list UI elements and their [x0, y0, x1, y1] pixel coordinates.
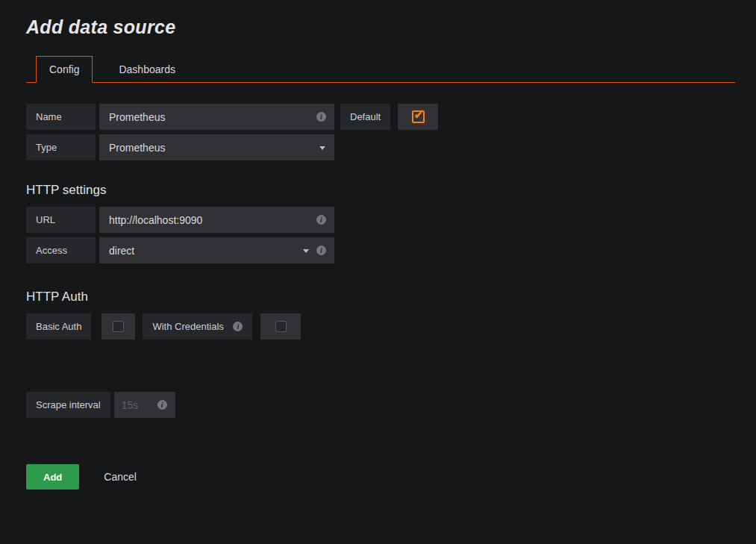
url-input[interactable] [109, 207, 313, 233]
with-credentials-checkbox-box [260, 313, 301, 340]
basic-auth-checkbox-box [101, 313, 135, 340]
default-checkbox-box [398, 104, 438, 130]
http-auth-heading: HTTP Auth [26, 290, 735, 304]
url-info-icon[interactable]: i [316, 215, 326, 225]
scrape-interval-input[interactable] [122, 392, 156, 418]
access-label: Access [26, 237, 96, 263]
name-info-icon[interactable]: i [316, 112, 326, 122]
scrape-interval-label: Scrape interval [26, 392, 110, 418]
url-label: URL [26, 207, 96, 233]
name-row: Name i Default [26, 104, 735, 130]
tab-config[interactable]: Config [36, 56, 93, 83]
tab-bar: Config Dashboards [26, 56, 735, 83]
cancel-button[interactable]: Cancel [104, 471, 137, 483]
url-input-wrapper: i [99, 207, 334, 233]
scrape-interval-input-wrapper: i [114, 392, 175, 418]
name-label: Name [26, 104, 96, 130]
add-button[interactable]: Add [26, 464, 79, 490]
default-checkbox[interactable] [412, 110, 425, 123]
type-select-value: Prometheus [109, 142, 165, 154]
http-settings-heading: HTTP settings [26, 183, 735, 198]
with-credentials-label: With Credentials i [143, 313, 252, 340]
basic-auth-checkbox[interactable] [113, 321, 124, 332]
url-row: URL i [26, 207, 735, 233]
tab-dashboards[interactable]: Dashboards [106, 57, 188, 82]
name-input-wrapper: i [99, 104, 334, 130]
auth-row: Basic Auth With Credentials i [26, 313, 735, 340]
name-input[interactable] [109, 104, 313, 130]
chevron-down-icon [303, 249, 309, 253]
add-data-source-page: Add data source Config Dashboards Name i… [0, 0, 756, 490]
access-info-icon[interactable]: i [316, 246, 326, 255]
access-row: Access direct i [26, 237, 735, 263]
scrape-interval-row: Scrape interval i [26, 392, 735, 418]
chevron-down-icon [319, 146, 325, 150]
access-select-value: direct [109, 245, 134, 257]
with-credentials-info-icon[interactable]: i [233, 322, 243, 331]
access-select[interactable]: direct i [99, 237, 334, 263]
type-row: Type Prometheus [26, 134, 735, 160]
with-credentials-checkbox[interactable] [275, 321, 287, 332]
datasource-form: Name i Default Type Prometheus HTTP sett… [26, 104, 735, 490]
page-title: Add data source [26, 16, 735, 38]
scrape-interval-info-icon[interactable]: i [157, 400, 167, 410]
type-label: Type [26, 134, 96, 160]
default-label: Default [340, 104, 390, 130]
with-credentials-label-text: With Credentials [152, 321, 223, 332]
action-buttons: Add Cancel [26, 464, 735, 490]
type-select[interactable]: Prometheus [99, 134, 334, 160]
basic-auth-label: Basic Auth [26, 313, 91, 340]
